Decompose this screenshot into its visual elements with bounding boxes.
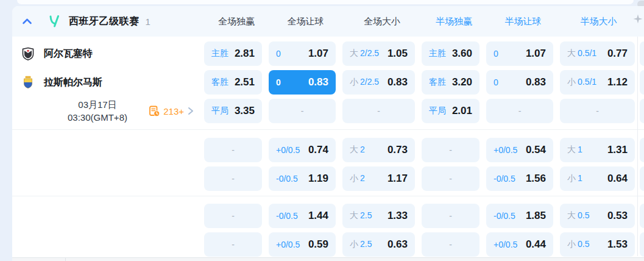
row-info [12,138,204,162]
odds-line-label: 0.5/1 [578,48,596,58]
row-info [12,204,204,228]
odds-cell[interactable]: 平局2.01 [422,99,479,123]
odds-value: 1.12 [607,76,628,88]
league-name: 西班牙乙级联赛 [69,15,140,28]
next-league-edge [12,257,644,261]
odds-line: 0 [494,49,498,59]
row-info [12,166,204,191]
odds-line: 大0.5 [567,210,589,221]
odds-cell[interactable]: -0/0.51.19 [269,166,336,191]
odds-line-label: 客胜 [211,77,228,88]
ou-direction-label: 大 [350,210,358,221]
odds-line-label: 0 [494,49,498,59]
row-info: 03月17日03:30(GMT+8)213+ [12,99,204,123]
empty-odds-text: - [596,106,599,116]
more-markets-link[interactable]: 213+ [149,105,194,117]
odds-cell[interactable]: 小2.50.63 [342,232,415,257]
empty-odds-text: - [301,106,304,116]
odds-cell-selected[interactable]: 00.83 [269,70,336,95]
ou-direction-label: 大 [567,145,576,156]
odds-cell[interactable]: 01.07 [486,41,553,66]
empty-odds-cell: - [560,99,635,123]
odds-row: --0/0.51.44大2.51.33--0/0.51.85大0.50.53 [12,204,644,228]
odds-cell[interactable]: 小0.51.53 [560,232,635,257]
ou-direction-label: 大 [567,48,576,59]
odds-value: 1.56 [526,173,546,185]
odds-section-extra-1: -+0/0.50.74大20.73-+0/0.50.54大11.31--0/0.… [12,130,644,196]
odds-value: 0.73 [387,144,408,156]
match-datetime: 03月17日03:30(GMT+8) [52,98,143,124]
odds-cell[interactable]: 大2/2.51.05 [342,41,415,66]
odds-cell[interactable]: 客胜3.20 [422,70,479,95]
odds-cell[interactable]: -0/0.51.85 [486,204,553,228]
odds-cell[interactable]: 大20.73 [342,138,415,162]
odds-cell[interactable]: 大0.5/10.77 [560,41,635,66]
odds-cell[interactable]: +0/0.50.54 [486,138,553,162]
odds-cell[interactable]: -0/0.51.44 [269,204,336,228]
odds-cell[interactable]: +0/0.50.74 [269,138,336,162]
odds-cell[interactable]: 主胜2.81 [204,41,262,66]
odds-cell[interactable]: 大2.51.33 [342,204,415,228]
odds-cell[interactable]: 小0.5/11.12 [560,70,635,95]
ou-direction-label: 小 [350,173,358,184]
odds-value: 1.05 [387,48,408,60]
odds-cell[interactable]: 大0.50.53 [560,204,635,228]
odds-value: 1.07 [308,48,328,60]
column-header-half-win: 半场独赢 [422,16,486,27]
odds-cell[interactable]: 平局3.35 [204,99,262,123]
odds-cell[interactable]: -0/0.51.56 [486,166,553,191]
odds-value: 0.74 [308,144,328,156]
match-date: 03月17日 [52,98,143,111]
odds-cell[interactable]: 01.07 [269,41,336,66]
league-group-header: 西班牙乙级联赛 1 全场独赢 全场让球 全场大小 半场独赢 半场让球 半场大小 [12,6,644,37]
odds-line-label: 2.5 [360,210,372,220]
empty-odds-cell: - [422,204,479,228]
odds-value: 1.07 [526,48,546,60]
collapse-chevron-icon[interactable] [22,18,32,25]
odds-line-label: 平局 [429,105,446,116]
ou-direction-label: 小 [567,77,576,88]
odds-cell[interactable]: 00.83 [486,70,553,95]
league-logo-icon [48,15,62,28]
odds-line: 小2 [350,173,365,184]
odds-value: 3.20 [452,76,472,88]
next-column-cell-partial [640,41,644,66]
odds-row: --0/0.51.19小21.17--0/0.51.56小10.64 [12,166,644,191]
ou-direction-label: 小 [567,239,576,250]
odds-value: 1.17 [387,173,408,185]
empty-odds-cell: - [204,204,262,228]
odds-cell[interactable]: 主胜3.60 [422,41,479,66]
team-name: 拉斯帕尔马斯 [44,76,102,89]
odds-value: 2.51 [235,76,255,88]
empty-odds-cell: - [269,99,336,123]
odds-line-label: +0/0.5 [276,145,300,155]
odds-line-label: 2/2.5 [360,48,379,58]
odds-line-label: -0/0.5 [276,211,298,221]
odds-cell[interactable]: 小2/2.50.83 [342,70,415,95]
odds-line-label: +0/0.5 [494,145,517,155]
odds-value: 1.53 [607,238,628,251]
odds-line: 主胜 [211,48,228,59]
column-header-full-over-under: 全场大小 [342,16,422,27]
odds-cell[interactable]: 客胜2.51 [204,70,262,95]
odds-value: 2.01 [452,105,472,117]
pin-icon[interactable] [633,14,643,24]
odds-line-label: 0.5 [578,239,589,249]
odds-line-label: 主胜 [211,48,228,59]
odds-line: 平局 [429,105,446,116]
odds-value: 3.35 [235,105,255,117]
odds-line-label: 主胜 [429,48,446,59]
empty-odds-text: - [232,174,235,184]
odds-cell[interactable]: 大11.31 [560,138,635,162]
odds-value: 1.33 [387,210,408,222]
odds-cell[interactable]: +0/0.50.44 [486,232,553,257]
odds-cell[interactable]: 小10.64 [560,166,635,191]
odds-line: 小2/2.5 [350,77,379,88]
odds-cell[interactable]: 小21.17 [342,166,415,191]
odds-value: 0.64 [607,173,628,185]
odds-line-label: +0/0.5 [276,240,300,249]
odds-value: 0.63 [387,238,408,251]
odds-cell[interactable]: +0/0.50.59 [269,232,336,257]
markets-history-icon [149,105,160,117]
column-header-half-handicap: 半场让球 [486,16,560,27]
